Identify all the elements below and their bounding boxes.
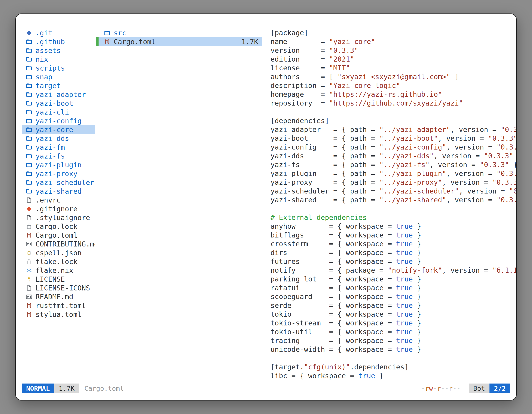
folder-open-icon <box>103 29 111 37</box>
yazi-file-manager-window: .git.githubassetsnixscriptssnaptargetyaz… <box>15 13 517 401</box>
code-line: [target."cfg(unix)".dependencies] <box>270 363 516 371</box>
git-icon <box>25 29 33 37</box>
parent-row-cspell-json[interactable]: {}cspell.json <box>22 248 95 257</box>
parent-row-yazi-adapter[interactable]: yazi-adapter <box>22 90 95 99</box>
markdown-icon <box>25 293 33 301</box>
parent-row--envrc[interactable]: .envrc <box>22 195 95 204</box>
code-line: notify = { package = "notify-fork", vers… <box>270 266 516 275</box>
parent-row-yazi-dds[interactable]: yazi-dds <box>22 134 95 143</box>
file-name-label: yazi-config <box>36 117 82 125</box>
code-line: authors = [ "sxyazi <sxyazi@gmail.com>" … <box>270 72 516 81</box>
parent-row-rustfmt-toml[interactable]: rustfmt.toml <box>22 301 95 310</box>
file-name-label: yazi-cli <box>36 108 69 116</box>
file-icon <box>25 213 33 222</box>
code-line: license = "MIT" <box>270 64 516 72</box>
file-name-label: rustfmt.toml <box>36 301 86 310</box>
toml-icon <box>103 38 111 46</box>
parent-row-yazi-proxy[interactable]: yazi-proxy <box>22 169 95 178</box>
file-name-label: CONTRIBUTING.md <box>36 240 95 248</box>
code-line: scopeguard = { workspace = true } <box>270 292 516 301</box>
parent-row-yazi-cli[interactable]: yazi-cli <box>22 108 95 116</box>
license-icon <box>25 275 33 283</box>
parent-row-yazi-boot[interactable]: yazi-boot <box>22 99 95 108</box>
file-name-label: LICENSE-ICONS <box>36 284 90 292</box>
file-name-label: yazi-core <box>36 125 73 134</box>
code-line: # External dependencies <box>270 213 516 222</box>
file-icon <box>25 284 33 292</box>
parent-row-scripts[interactable]: scripts <box>22 64 95 72</box>
folder-open-icon <box>25 125 33 134</box>
code-line: tokio = { workspace = true } <box>270 310 516 319</box>
parent-row-assets[interactable]: assets <box>22 46 95 55</box>
folder-open-icon <box>25 161 33 169</box>
file-name-label: .styluaignore <box>36 213 90 222</box>
folder-open-icon <box>25 178 33 187</box>
folder-open-icon <box>25 108 33 116</box>
code-line: version = "0.3.3" <box>270 46 516 55</box>
current-row-src[interactable]: src <box>96 29 262 37</box>
parent-row--gitignore[interactable]: .gitignore <box>22 204 95 213</box>
code-line: dirs = { workspace = true } <box>270 248 516 257</box>
json-icon: {} <box>25 249 33 257</box>
nix-icon <box>25 266 33 275</box>
current-row-cargo-toml[interactable]: Cargo.toml1.7K <box>96 37 262 46</box>
status-bar-right: -rw-r--r-- Bot 2/2 <box>421 384 510 393</box>
code-line: crossterm = { workspace = true } <box>270 240 516 248</box>
code-line: edition = "2021" <box>270 55 516 64</box>
parent-directory-pane: .git.githubassetsnixscriptssnaptargetyaz… <box>22 29 95 384</box>
code-line: [dependencies] <box>270 116 516 125</box>
file-name-label: yazi-dds <box>36 135 69 143</box>
folder-open-icon <box>25 117 33 125</box>
parent-row--github[interactable]: .github <box>22 37 95 46</box>
code-line: parking_lot = { workspace = true } <box>270 275 516 283</box>
file-name-label: assets <box>36 47 61 55</box>
parent-row-target[interactable]: target <box>22 81 95 90</box>
file-name-label: nix <box>36 55 48 63</box>
parent-row-license-icons[interactable]: LICENSE-ICONS <box>22 283 95 292</box>
code-line: repository = "https://github.com/sxyazi/… <box>270 99 516 108</box>
file-permissions: -rw-r--r-- <box>421 385 461 392</box>
parent-row-yazi-scheduler[interactable]: yazi-scheduler <box>22 178 95 187</box>
parent-row-stylua-toml[interactable]: stylua.toml <box>22 310 95 319</box>
code-line <box>270 108 516 116</box>
folder-open-icon <box>25 55 33 63</box>
parent-row-yazi-fm[interactable]: yazi-fm <box>22 143 95 152</box>
parent-row--git[interactable]: .git <box>22 29 95 37</box>
folder-open-icon <box>25 82 33 90</box>
panes-container: .git.githubassetsnixscriptssnaptargetyaz… <box>16 14 516 384</box>
parent-row-yazi-shared[interactable]: yazi-shared <box>22 187 95 195</box>
parent-row-yazi-fs[interactable]: yazi-fs <box>22 152 95 160</box>
folder-open-icon <box>25 38 33 46</box>
markdown-icon <box>25 240 33 248</box>
code-line: name = "yazi-core" <box>270 37 516 46</box>
file-name-label: .envrc <box>36 196 61 204</box>
parent-row-license[interactable]: LICENSE <box>22 275 95 283</box>
parent-row-contributing-md[interactable]: CONTRIBUTING.md <box>22 240 95 248</box>
svg-text:{}: {} <box>27 250 31 255</box>
parent-row-yazi-core[interactable]: yazi-core <box>22 125 95 134</box>
file-name-label: cspell.json <box>36 249 82 257</box>
parent-row-readme-md[interactable]: README.md <box>22 292 95 301</box>
file-name-label: yazi-boot <box>36 99 73 107</box>
parent-row-flake-lock[interactable]: flake.lock <box>22 257 95 266</box>
parent-row--styluaignore[interactable]: .styluaignore <box>22 213 95 222</box>
parent-row-flake-nix[interactable]: flake.nix <box>22 266 95 275</box>
code-line <box>270 204 516 213</box>
file-preview-pane[interactable]: [package]name = "yazi-core"version = "0.… <box>267 29 516 384</box>
folder-open-icon <box>25 47 33 55</box>
code-line: yazi-shared = { path = "../yazi-shared",… <box>270 195 516 204</box>
code-line: tokio-stream = { workspace = true } <box>270 319 516 327</box>
file-name-label: yazi-fs <box>36 152 65 160</box>
scroll-position-badge: Bot <box>469 384 489 393</box>
parent-row-yazi-plugin[interactable]: yazi-plugin <box>22 160 95 169</box>
parent-row-yazi-config[interactable]: yazi-config <box>22 116 95 125</box>
parent-row-cargo-lock[interactable]: Cargo.lock <box>22 222 95 231</box>
file-name-label: yazi-proxy <box>36 170 77 178</box>
parent-row-snap[interactable]: snap <box>22 72 95 81</box>
parent-row-cargo-toml[interactable]: Cargo.toml <box>22 231 95 240</box>
file-name-label: yazi-fm <box>36 143 65 151</box>
parent-row-nix[interactable]: nix <box>22 55 95 64</box>
code-line: yazi-fs = { path = "../yazi-fs", version… <box>270 160 516 169</box>
code-line: tokio-util = { workspace = true } <box>270 327 516 336</box>
current-directory-pane: srcCargo.toml1.7K <box>96 29 262 384</box>
